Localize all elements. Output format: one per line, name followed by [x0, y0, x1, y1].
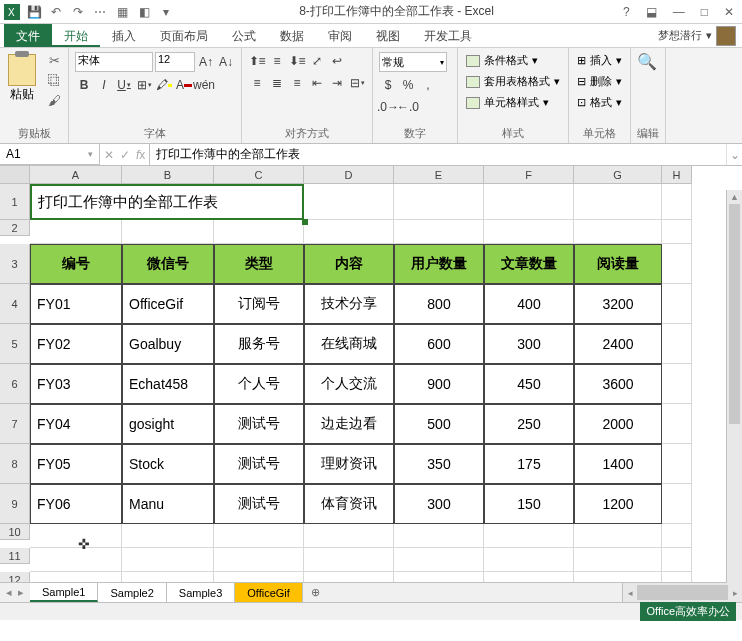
table-cell-1-2[interactable]: 服务号 — [214, 324, 304, 364]
table-cell-4-0[interactable]: FY05 — [30, 444, 122, 484]
sheet-tab-sample2[interactable]: Sample2 — [98, 583, 166, 602]
table-cell-2-0[interactable]: FY03 — [30, 364, 122, 404]
table-cell-5-5[interactable]: 150 — [484, 484, 574, 524]
tab-data[interactable]: 数据 — [268, 24, 316, 47]
col-header-D[interactable]: D — [304, 166, 394, 184]
cell-12-G[interactable] — [574, 572, 662, 582]
qat-btn2-icon[interactable]: ◧ — [136, 4, 152, 20]
cell-11-E[interactable] — [394, 548, 484, 572]
row-header-1[interactable]: 1 — [0, 184, 30, 220]
align-center-icon[interactable]: ≣ — [268, 74, 286, 92]
name-box[interactable]: A1▾ — [0, 144, 100, 165]
table-cell-1-3[interactable]: 在线商城 — [304, 324, 394, 364]
table-cell-3-2[interactable]: 测试号 — [214, 404, 304, 444]
table-format-button[interactable]: 套用表格格式▾ — [464, 73, 562, 90]
row-header-10[interactable]: 10 — [0, 524, 30, 540]
table-cell-0-2[interactable]: 订阅号 — [214, 284, 304, 324]
worksheet-grid[interactable]: ABCDEFGH1打印工作簿中的全部工作表23编号微信号类型内容用户数量文章数量… — [0, 166, 742, 582]
table-header-2[interactable]: 类型 — [214, 244, 304, 284]
table-cell-1-5[interactable]: 300 — [484, 324, 574, 364]
col-header-C[interactable]: C — [214, 166, 304, 184]
cell-2-A[interactable] — [30, 220, 122, 244]
row-header-4[interactable]: 4 — [0, 284, 30, 324]
table-cell-2-3[interactable]: 个人交流 — [304, 364, 394, 404]
table-cell-2-4[interactable]: 900 — [394, 364, 484, 404]
table-cell-0-3[interactable]: 技术分享 — [304, 284, 394, 324]
cell-12-B[interactable] — [122, 572, 214, 582]
table-header-1[interactable]: 微信号 — [122, 244, 214, 284]
align-left-icon[interactable]: ≡ — [248, 74, 266, 92]
scroll-up-icon[interactable]: ▲ — [727, 190, 742, 204]
vscroll-thumb[interactable] — [729, 204, 740, 424]
cell-1-D[interactable] — [304, 184, 394, 220]
cell-7-H[interactable] — [662, 404, 692, 444]
hscroll-thumb[interactable] — [637, 585, 728, 600]
tab-formulas[interactable]: 公式 — [220, 24, 268, 47]
table-cell-2-2[interactable]: 个人号 — [214, 364, 304, 404]
cell-10-B[interactable] — [122, 524, 214, 548]
cell-1-H[interactable] — [662, 184, 692, 220]
inc-decimal-icon[interactable]: .0→ — [379, 98, 397, 116]
save-icon[interactable]: 💾 — [26, 4, 42, 20]
cell-2-G[interactable] — [574, 220, 662, 244]
sheet-tab-officegif[interactable]: OfficeGif — [235, 583, 303, 602]
format-painter-icon[interactable]: 🖌 — [46, 92, 62, 108]
cell-1-F[interactable] — [484, 184, 574, 220]
cell-12-D[interactable] — [304, 572, 394, 582]
row-header-9[interactable]: 9 — [0, 484, 30, 524]
vertical-scrollbar[interactable]: ▲ ▼ — [726, 190, 742, 601]
decrease-font-icon[interactable]: A↓ — [217, 53, 235, 71]
align-right-icon[interactable]: ≡ — [288, 74, 306, 92]
account-login[interactable]: 梦想潜行▾ — [652, 24, 742, 47]
cut-icon[interactable]: ✂ — [46, 52, 62, 68]
number-format-combo[interactable]: 常规▾ — [379, 52, 447, 72]
col-header-G[interactable]: G — [574, 166, 662, 184]
font-name-combo[interactable]: 宋体 — [75, 52, 153, 72]
table-cell-2-5[interactable]: 450 — [484, 364, 574, 404]
fx-icon[interactable]: fx — [136, 148, 145, 162]
table-cell-4-6[interactable]: 1400 — [574, 444, 662, 484]
cell-11-H[interactable] — [662, 548, 692, 572]
cancel-formula-icon[interactable]: ✕ — [104, 148, 114, 162]
cell-5-H[interactable] — [662, 324, 692, 364]
tab-file[interactable]: 文件 — [4, 24, 52, 47]
indent-inc-icon[interactable]: ⇥ — [328, 74, 346, 92]
cell-10-E[interactable] — [394, 524, 484, 548]
cell-9-H[interactable] — [662, 484, 692, 524]
merged-title-cell[interactable]: 打印工作簿中的全部工作表 — [30, 184, 304, 220]
delete-cells-button[interactable]: ⊟ 删除 ▾ — [575, 73, 624, 90]
cell-1-G[interactable] — [574, 184, 662, 220]
redo-icon[interactable]: ↷ — [70, 4, 86, 20]
table-header-0[interactable]: 编号 — [30, 244, 122, 284]
table-cell-3-1[interactable]: gosight — [122, 404, 214, 444]
fill-color-button[interactable]: 🖍 — [155, 76, 173, 94]
cell-2-C[interactable] — [214, 220, 304, 244]
table-cell-4-1[interactable]: Stock — [122, 444, 214, 484]
row-header-3[interactable]: 3 — [0, 244, 30, 284]
dec-decimal-icon[interactable]: ←.0 — [399, 98, 417, 116]
expand-formula-icon[interactable]: ⌄ — [726, 144, 742, 165]
tab-view[interactable]: 视图 — [364, 24, 412, 47]
col-header-F[interactable]: F — [484, 166, 574, 184]
conditional-format-button[interactable]: 条件格式▾ — [464, 52, 540, 69]
cell-10-H[interactable] — [662, 524, 692, 548]
qat-dd-icon[interactable]: ▾ — [158, 4, 174, 20]
align-top-icon[interactable]: ⬆≡ — [248, 52, 266, 70]
select-all-corner[interactable] — [0, 166, 30, 184]
cell-11-B[interactable] — [122, 548, 214, 572]
paste-button[interactable]: 粘贴 — [6, 52, 38, 105]
table-cell-5-6[interactable]: 1200 — [574, 484, 662, 524]
align-bottom-icon[interactable]: ⬇≡ — [288, 52, 306, 70]
table-header-6[interactable]: 阅读量 — [574, 244, 662, 284]
indent-dec-icon[interactable]: ⇤ — [308, 74, 326, 92]
col-header-H[interactable]: H — [662, 166, 692, 184]
comma-icon[interactable]: , — [419, 76, 437, 94]
cell-12-E[interactable] — [394, 572, 484, 582]
cell-11-C[interactable] — [214, 548, 304, 572]
close-icon[interactable]: ✕ — [720, 5, 738, 19]
cell-12-A[interactable] — [30, 572, 122, 582]
bold-button[interactable]: B — [75, 76, 93, 94]
row-header-7[interactable]: 7 — [0, 404, 30, 444]
sheet-first-icon[interactable]: ◂ — [6, 586, 12, 599]
currency-icon[interactable]: $ — [379, 76, 397, 94]
